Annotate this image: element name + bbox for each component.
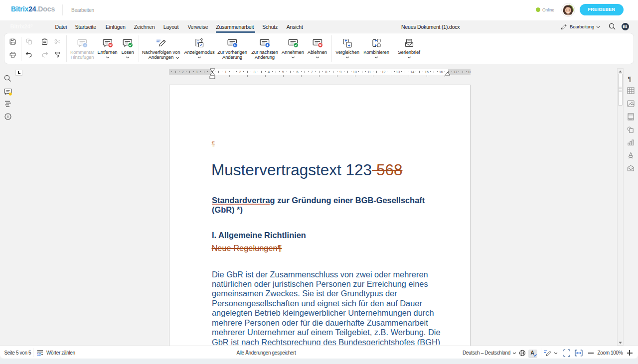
svg-text:16: 16	[439, 70, 443, 74]
svg-text:18: 18	[468, 70, 471, 74]
svg-text:4: 4	[268, 70, 270, 74]
svg-text:8: 8	[325, 70, 327, 74]
svg-text:17: 17	[454, 70, 458, 74]
svg-text:7: 7	[311, 70, 313, 74]
svg-text:6: 6	[297, 70, 299, 74]
svg-text:9: 9	[339, 70, 341, 74]
svg-text:15: 15	[425, 70, 429, 74]
svg-text:2: 2	[181, 70, 183, 74]
svg-text:2: 2	[239, 70, 241, 74]
svg-text:12: 12	[37, 353, 41, 356]
svg-text:13: 13	[396, 70, 400, 74]
svg-text:1: 1	[225, 70, 227, 74]
svg-text:10: 10	[353, 70, 357, 74]
svg-text:1: 1	[196, 70, 198, 74]
svg-text:3: 3	[253, 70, 255, 74]
svg-text:5: 5	[282, 70, 284, 74]
svg-text:12: 12	[382, 70, 386, 74]
svg-text:11: 11	[367, 70, 371, 74]
svg-text:14: 14	[410, 70, 414, 74]
